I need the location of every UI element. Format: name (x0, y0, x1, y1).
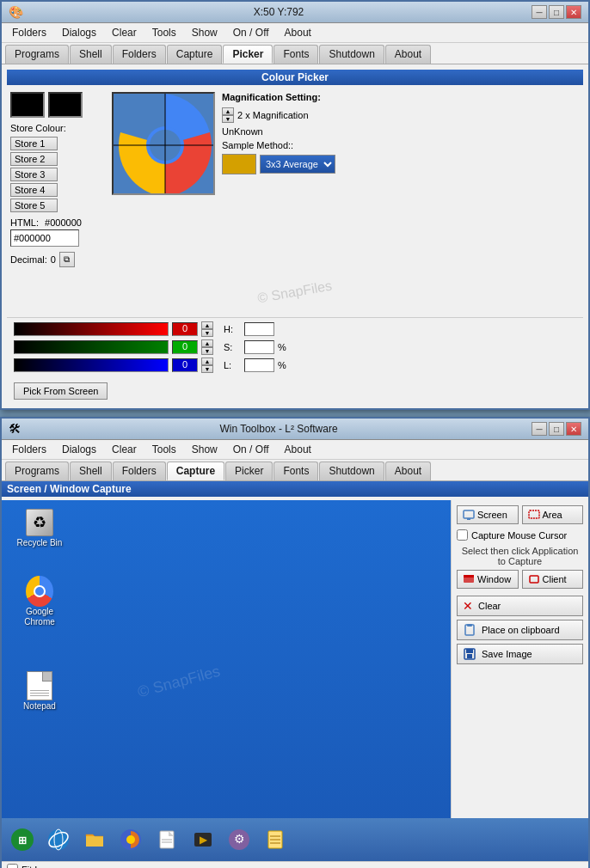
tab-fonts-1[interactable]: Fonts (273, 45, 318, 64)
tab-picker-1[interactable]: Picker (223, 45, 273, 64)
close-btn-1[interactable]: ✕ (566, 5, 581, 19)
g-spinner-down[interactable]: ▼ (201, 347, 213, 355)
tab-folders-2[interactable]: Folders (113, 462, 166, 480)
taskbar-ie[interactable] (41, 822, 76, 857)
tab-folders-1[interactable]: Folders (113, 45, 166, 64)
html-input[interactable] (10, 229, 79, 247)
minimize-btn-1[interactable]: ─ (532, 5, 547, 19)
mag-spinner-up[interactable]: ▲ (222, 107, 234, 115)
menu-clear-1[interactable]: Clear (105, 25, 144, 40)
tab-picker-2[interactable]: Picker (225, 462, 273, 480)
store-btn-2[interactable]: Store 2 (10, 152, 58, 166)
taskbar-firefox[interactable] (114, 822, 148, 857)
capture-sidebar: Screen Area Capture Mouse Cursor Select … (451, 500, 588, 818)
maximize-btn-2[interactable]: □ (549, 422, 564, 436)
store-btn-1[interactable]: Store 1 (10, 137, 58, 150)
store-btn-4[interactable]: Store 4 (10, 183, 58, 197)
taskbar-media[interactable]: ▶ (186, 822, 220, 857)
taskbar-start[interactable]: ⊞ (5, 822, 40, 857)
r-spinner-down[interactable]: ▼ (201, 329, 213, 337)
menu-about-1[interactable]: About (278, 25, 318, 40)
html-label: HTML: #000000 (10, 217, 105, 228)
svg-rect-14 (466, 649, 473, 653)
rgb-g-value: 0 (172, 340, 198, 354)
menu-onoff-1[interactable]: On / Off (226, 25, 276, 40)
clear-btn[interactable]: ✕ Clear (457, 596, 583, 616)
tab-shutdown-1[interactable]: Shutdown (319, 45, 384, 64)
menubar-1: Folders Dialogs Clear Tools Show On / Of… (2, 23, 588, 43)
window-btn[interactable]: Window (457, 570, 519, 589)
menu-tools-2[interactable]: Tools (145, 442, 183, 457)
menubar-2: Folders Dialogs Clear Tools Show On / Of… (2, 440, 588, 460)
tab-capture-2[interactable]: Capture (167, 462, 224, 480)
screen-btn[interactable]: Screen (457, 505, 519, 524)
tab-capture-1[interactable]: Capture (167, 45, 223, 64)
folder-icon (83, 828, 107, 852)
menu-dialogs-2[interactable]: Dialogs (55, 442, 103, 457)
color-swatches (10, 92, 105, 118)
save-image-btn[interactable]: Save Image (457, 644, 583, 664)
picker-layout: Store Colour: Store 1 Store 2 Store 3 St… (7, 89, 583, 271)
capture-mouse-row: Capture Mouse Cursor (457, 529, 583, 541)
minimize-btn-2[interactable]: ─ (532, 422, 547, 436)
desktop-icon-recycle[interactable]: ♻ Recycle Bin (14, 509, 65, 547)
g-spinner-up[interactable]: ▲ (201, 339, 213, 347)
taskbar-tools[interactable]: ⚙ (222, 822, 256, 857)
menu-dialogs-1[interactable]: Dialogs (55, 25, 103, 40)
file-icon (155, 828, 179, 852)
mag-spinner-down[interactable]: ▼ (222, 115, 234, 123)
store-btn-3[interactable]: Store 3 (10, 168, 58, 181)
menu-folders-2[interactable]: Folders (5, 442, 53, 457)
svg-text:⊞: ⊞ (18, 834, 27, 847)
fit-image-bar: Fit Image (2, 861, 588, 868)
notepad-icon-img (27, 671, 52, 700)
copy-decimal-btn[interactable]: ⧉ (59, 252, 75, 267)
slider-green[interactable] (14, 340, 169, 354)
l-value[interactable] (244, 358, 274, 372)
menu-show-1[interactable]: Show (185, 25, 224, 40)
tab-shell-2[interactable]: Shell (70, 462, 112, 480)
clipboard-btn[interactable]: Place on clipboard (457, 620, 583, 640)
sample-method-select[interactable]: 3x3 Average (260, 155, 335, 174)
b-spinner-up[interactable]: ▲ (201, 358, 213, 365)
taskbar-file[interactable] (150, 822, 184, 857)
desktop-icon-chrome[interactable]: Google Chrome (14, 578, 65, 627)
fit-image-checkbox[interactable] (7, 864, 18, 868)
notepad-label: Notepad (23, 701, 56, 711)
client-btn[interactable]: Client (522, 570, 584, 589)
taskbar-notepad[interactable] (258, 822, 292, 857)
menu-onoff-2[interactable]: On / Off (226, 442, 276, 457)
svg-text:⚙: ⚙ (234, 832, 245, 846)
menu-clear-2[interactable]: Clear (105, 442, 144, 457)
l-percent: % (278, 360, 286, 370)
taskbar-folder[interactable] (77, 822, 112, 857)
pick-from-screen-btn[interactable]: Pick From Screen (14, 382, 108, 400)
h-value[interactable] (244, 322, 274, 336)
menu-show-2[interactable]: Show (185, 442, 224, 457)
area-btn[interactable]: Area (522, 505, 584, 524)
r-spinner-up[interactable]: ▲ (201, 321, 213, 329)
maximize-btn-1[interactable]: □ (549, 5, 564, 19)
tab-programs-2[interactable]: Programs (5, 462, 69, 480)
tab-shell-1[interactable]: Shell (70, 45, 112, 64)
slider-red[interactable] (14, 322, 169, 336)
capture-mouse-checkbox[interactable] (457, 529, 468, 541)
s-value[interactable] (244, 340, 274, 354)
slider-blue[interactable] (14, 358, 169, 372)
tab-shutdown-2[interactable]: Shutdown (319, 462, 384, 480)
tab-about-2[interactable]: About (385, 462, 431, 480)
window-client-btn-group: Window Client (457, 570, 583, 589)
menu-tools-1[interactable]: Tools (145, 25, 183, 40)
magnifier-box (112, 92, 215, 195)
store-btn-5[interactable]: Store 5 (10, 199, 58, 212)
desktop-icon-notepad[interactable]: Notepad (14, 672, 65, 711)
menu-folders-1[interactable]: Folders (5, 25, 53, 40)
tab-programs-1[interactable]: Programs (5, 45, 69, 64)
menu-about-2[interactable]: About (278, 442, 318, 457)
h-label: H: (224, 324, 241, 334)
close-btn-2[interactable]: ✕ (566, 422, 581, 436)
tools-icon: ⚙ (227, 828, 251, 852)
tab-fonts-2[interactable]: Fonts (273, 462, 318, 480)
tab-about-1[interactable]: About (385, 45, 431, 64)
b-spinner-down[interactable]: ▼ (201, 365, 213, 373)
